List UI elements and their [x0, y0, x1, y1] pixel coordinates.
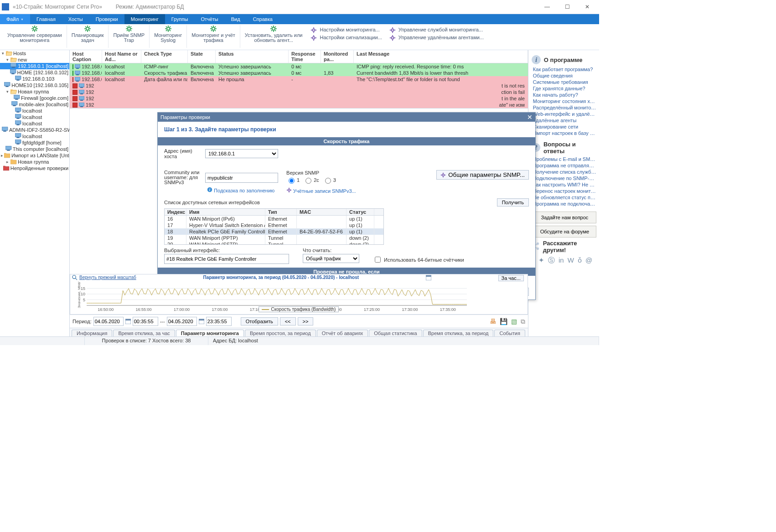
calendar-icon[interactable]	[199, 319, 204, 324]
ribbon-small[interactable]: Управление удалёнными агентами...	[389, 34, 484, 41]
hint-link[interactable]: Подсказка по заполнению	[214, 188, 274, 193]
menu-Мониторинг[interactable]: Мониторинг	[124, 14, 165, 24]
tree-item[interactable]: ▸Новая группа	[0, 159, 69, 165]
tree-item[interactable]: 192.168.0.1 [localhost]	[0, 63, 69, 69]
help-link[interactable]: Мониторинг состояния хостов	[533, 98, 596, 104]
image-icon[interactable]: ▧	[511, 318, 517, 325]
help-link[interactable]: Удалённые агенты	[533, 118, 596, 124]
help-link[interactable]: Проблемы с E-mail и SMS-уведомлен...	[533, 156, 596, 162]
grid-row[interactable]: 192t in the ale	[70, 95, 528, 102]
addr-combo[interactable]: 192.168.0.1	[205, 149, 278, 158]
export-icon[interactable]: 🖶	[490, 318, 496, 325]
help-link[interactable]: Получение списка служб, процессов,...	[533, 169, 596, 175]
iface-row[interactable]: 16WAN Miniport (IPv6)Ethernetup (1)	[165, 216, 383, 222]
ribbon-button-0[interactable]: Управление серверамимониторинга	[3, 25, 67, 48]
tab[interactable]: Общая статистика	[369, 330, 422, 336]
tab[interactable]: Время простоя, за период	[245, 330, 316, 336]
grid-row[interactable]: 192.168.0.1localhostДата файла или папки…	[70, 76, 528, 83]
help-link[interactable]: Как работает программа?	[533, 67, 596, 72]
host-tree[interactable]: ▾Hosts▾new192.168.0.1 [localhost]HOME [1…	[0, 50, 70, 336]
menu-Отчёты[interactable]: Отчёты	[194, 14, 224, 24]
iface-row[interactable]: 17Hyper-V Virtual Switch Extension Adapt…	[165, 222, 383, 228]
tree-item[interactable]: This computer [localhost]	[0, 146, 69, 152]
help-link[interactable]: Общие сведения	[533, 73, 596, 79]
minimize-button[interactable]: —	[537, 0, 557, 13]
iface-row[interactable]: 19WAN Miniport (PPTP)Tunneldown (2)	[165, 235, 383, 241]
help-link[interactable]: Распределённый мониторинг и серве...	[533, 105, 596, 111]
tab[interactable]: Время отклика, за час	[113, 330, 175, 336]
menu-Справка[interactable]: Справка	[247, 14, 279, 24]
help-link[interactable]: Где хранятся данные?	[533, 86, 596, 92]
help-link[interactable]: Программа не подключается к базе д...	[533, 201, 596, 207]
tab[interactable]: Информация	[72, 330, 112, 336]
menu-Проверки[interactable]: Проверки	[89, 14, 124, 24]
ribbon-button-3[interactable]: МониторингSyslog	[150, 25, 187, 48]
linkedin-icon[interactable]: in	[559, 256, 564, 265]
help-link[interactable]: Сканирование сети	[533, 124, 596, 130]
ask-question-button[interactable]: Задайте нам вопрос	[533, 212, 596, 223]
skype-icon[interactable]: Ⓢ	[548, 256, 555, 265]
menu-Группы[interactable]: Группы	[165, 14, 195, 24]
show-button[interactable]: Отобразить	[241, 317, 278, 325]
grid-row[interactable]: 192t is not res	[70, 83, 528, 89]
help-link[interactable]: Как начать работу?	[533, 92, 596, 98]
tree-item[interactable]: HOME [192.168.0.102]	[0, 69, 69, 76]
help-link[interactable]: Как настроить WMI? Не удаётся настр...	[533, 182, 596, 188]
snmp-accounts-link[interactable]: Учётные записи SNMPv3...	[293, 188, 356, 194]
snmp-common-button[interactable]: Общие параметры SNMP...	[436, 170, 529, 180]
maximize-button[interactable]: ☐	[557, 0, 577, 13]
use-64bit-checkbox[interactable]: Использовать 64-битные счётчики	[373, 255, 464, 264]
grid-row[interactable]: 192ate" не изм	[70, 102, 528, 108]
ribbon-button-4[interactable]: Мониторинг и учёттрафика	[187, 25, 240, 48]
hour-button[interactable]: За час...	[498, 275, 524, 281]
grid-row[interactable]: 192.168.0.1localhostСкорость трафикаВклю…	[70, 70, 528, 76]
tree-item[interactable]: ▾Новая группа	[0, 88, 69, 95]
close-button[interactable]: ✕	[577, 0, 597, 13]
checks-grid[interactable]: Host CaptionHost Name or Ad...Check Type…	[70, 50, 528, 108]
menu-Хосты[interactable]: Хосты	[62, 14, 89, 24]
tab[interactable]: События	[494, 330, 525, 336]
vk-icon[interactable]: W	[568, 256, 574, 265]
help-link[interactable]: Системные требования	[533, 79, 596, 85]
tree-item[interactable]: localhost	[0, 120, 69, 127]
tree-item[interactable]: ADMIN-IDF2-S5850-R2-SW2 [localhost]	[0, 127, 69, 133]
tree-item[interactable]: ▾new	[0, 57, 69, 63]
help-link[interactable]: Web-интерфейс и удалённый доступ	[533, 111, 596, 117]
menu-Главная[interactable]: Главная	[30, 14, 62, 24]
dialog-close-icon[interactable]: ✕	[527, 114, 533, 121]
mail-icon[interactable]: @	[585, 256, 592, 265]
community-input[interactable]	[205, 173, 278, 183]
help-link[interactable]: Программа не отправляет SMS	[533, 163, 596, 169]
next-button[interactable]: >>	[298, 317, 314, 325]
tree-item[interactable]: 192.168.0.103	[0, 76, 69, 82]
save-icon[interactable]: 💾	[500, 318, 507, 325]
help-link[interactable]: Перенос настроек мониторинга на др...	[533, 188, 596, 194]
help-link[interactable]: Не обновляется статус проверок в ко...	[533, 195, 596, 201]
menu-Вид[interactable]: Вид	[225, 14, 247, 24]
help-link[interactable]: Импорт настроек в базу из обычной ...	[533, 130, 596, 136]
tab[interactable]: Время отклика, за период	[423, 330, 494, 336]
tree-item[interactable]: Непройденные проверки	[0, 165, 69, 171]
tree-item[interactable]: mobile-alex [localhost]	[0, 101, 69, 108]
ribbon-button-1[interactable]: Планировщикзадач	[67, 25, 109, 48]
twitter-icon[interactable]: ✦	[538, 256, 544, 265]
ribbon-small[interactable]: Управление службой мониторинга...	[389, 26, 484, 33]
iface-row[interactable]: 20WAN Miniport (SSTP)Tunneldown (2)	[165, 241, 383, 245]
ribbon-button-5[interactable]: Установить, удалить илиобновить агент...	[240, 25, 307, 48]
help-link[interactable]: Подключение по SNMP-протоколу	[533, 176, 596, 181]
what-count-select[interactable]: Общий трафик	[303, 254, 359, 263]
tree-item[interactable]: Firewall [google.com]	[0, 95, 69, 101]
get-ifaces-button[interactable]: Получить	[497, 198, 529, 207]
tab[interactable]: Параметр мониторинга	[176, 330, 244, 336]
copy-icon[interactable]: ⧉	[521, 318, 525, 325]
grid-row[interactable]: 192ction is fail	[70, 89, 528, 95]
dialog-title-bar[interactable]: Параметры проверки ✕	[158, 113, 535, 122]
ok-icon[interactable]: ǒ	[578, 256, 582, 265]
time-to[interactable]	[206, 317, 232, 326]
selected-iface-input[interactable]	[164, 254, 289, 264]
forum-button[interactable]: Обсудите на форуме	[533, 226, 596, 238]
tree-item[interactable]: ▾Hosts	[0, 50, 69, 57]
iface-row[interactable]: 18Realtek PCIe GbE Family ControllerEthe…	[165, 228, 383, 235]
date-to[interactable]	[167, 317, 197, 326]
calendar-icon[interactable]	[125, 319, 131, 324]
